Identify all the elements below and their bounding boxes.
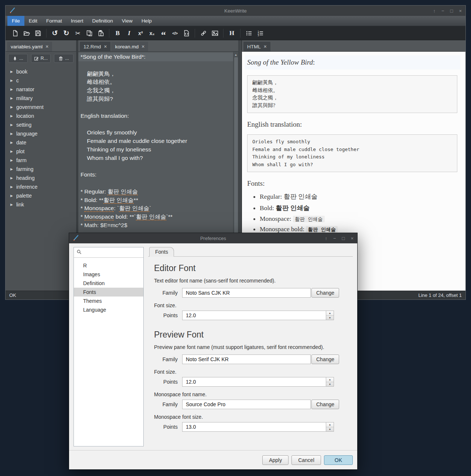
close-icon[interactable]: × — [141, 44, 144, 49]
expand-arrow-icon[interactable]: ▶ — [10, 114, 13, 118]
close-icon[interactable]: × — [45, 44, 48, 49]
font-size-input[interactable] — [182, 311, 326, 320]
tree-item-farm[interactable]: ▶farm — [6, 156, 76, 165]
expand-arrow-icon[interactable]: ▶ — [10, 167, 13, 171]
font-family-input[interactable] — [182, 288, 311, 298]
tree-item-government[interactable]: ▶government — [6, 103, 76, 112]
expand-arrow-icon[interactable]: ▶ — [10, 79, 13, 82]
nav-item-fonts[interactable]: Fonts — [74, 288, 143, 297]
spin-down-button[interactable]: ▼ — [326, 427, 334, 432]
ok-button[interactable]: OK — [324, 455, 353, 465]
font-family-input[interactable] — [182, 400, 311, 409]
change-button[interactable]: Change — [311, 355, 339, 364]
copy-button[interactable] — [83, 28, 95, 38]
close-button[interactable]: × — [351, 236, 354, 241]
tree-item-setting[interactable]: ▶setting — [6, 120, 76, 129]
maximize-button[interactable]: □ — [450, 8, 453, 13]
font-family-input[interactable] — [182, 355, 311, 364]
subscript-button[interactable]: x₂ — [146, 28, 158, 38]
expand-arrow-icon[interactable]: ▶ — [10, 158, 13, 162]
tree-item-narrator[interactable]: ▶narrator — [6, 85, 76, 94]
tree-item-c[interactable]: ▶c — [6, 76, 76, 85]
scroll-up-icon[interactable]: ▲ — [235, 52, 238, 57]
menu-definition[interactable]: Definition — [88, 16, 117, 26]
close-icon[interactable]: × — [264, 44, 267, 49]
trash-button[interactable]: ... — [54, 54, 74, 63]
nav-item-images[interactable]: Images — [74, 270, 143, 279]
font-size-input[interactable] — [182, 377, 326, 387]
superscript-button[interactable]: x² — [135, 28, 146, 38]
tree-item-language[interactable]: ▶language — [6, 129, 76, 138]
nav-item-r[interactable]: R — [74, 261, 143, 270]
tab-html[interactable]: HTML× — [243, 42, 270, 51]
expand-arrow-icon[interactable]: ▶ — [10, 203, 13, 206]
open-button[interactable] — [21, 28, 32, 38]
tree-item-link[interactable]: ▶link — [6, 200, 76, 209]
menu-edit[interactable]: Edit — [24, 16, 42, 26]
tab-korean-md[interactable]: korean.md× — [111, 42, 148, 51]
new-file-button[interactable] — [9, 28, 21, 38]
maximize-button[interactable]: □ — [342, 236, 345, 241]
tab-fonts[interactable]: Fonts — [149, 247, 174, 257]
expand-arrow-icon[interactable]: ▶ — [10, 105, 13, 109]
menu-format[interactable]: Format — [42, 16, 66, 26]
scrollbar-thumb[interactable] — [234, 57, 238, 239]
menu-file[interactable]: File — [7, 16, 24, 26]
save-button[interactable] — [32, 28, 44, 38]
menu-view[interactable]: View — [117, 16, 137, 26]
redo-button[interactable]: ↻ — [61, 28, 72, 38]
minimize-button[interactable]: − — [333, 236, 336, 241]
expand-arrow-icon[interactable]: ▶ — [10, 70, 13, 73]
spin-up-button[interactable]: ▲ — [326, 311, 334, 316]
tree-item-book[interactable]: ▶book — [6, 67, 76, 76]
spin-up-button[interactable]: ▲ — [326, 422, 334, 427]
nav-item-definition[interactable]: Definition — [74, 279, 143, 288]
change-button[interactable]: Change — [311, 288, 339, 298]
italic-button[interactable]: I — [123, 28, 135, 38]
expand-arrow-icon[interactable]: ▶ — [10, 150, 13, 153]
bold-button[interactable]: B — [112, 28, 123, 38]
tree-item-location[interactable]: ▶location — [6, 112, 76, 120]
paste-button[interactable] — [95, 28, 106, 38]
expand-arrow-icon[interactable]: ▶ — [10, 132, 13, 136]
spin-down-button[interactable]: ▼ — [326, 382, 334, 387]
nav-item-language[interactable]: Language — [74, 305, 143, 314]
menu-insert[interactable]: Insert — [66, 16, 88, 26]
minimize-button[interactable]: − — [441, 8, 444, 13]
blockquote-button[interactable]: “ — [158, 28, 169, 38]
code-block-button[interactable] — [181, 28, 192, 38]
spin-down-button[interactable]: ▼ — [326, 316, 334, 320]
tree-item-plot[interactable]: ▶plot — [6, 147, 76, 156]
close-button[interactable]: × — [459, 8, 462, 13]
expand-arrow-icon[interactable]: ▶ — [10, 185, 13, 189]
tree-item-inference[interactable]: ▶inference — [6, 182, 76, 191]
numbered-list-button[interactable]: 123 — [255, 28, 266, 38]
expand-arrow-icon[interactable]: ▶ — [10, 194, 13, 198]
menu-help[interactable]: Help — [137, 16, 156, 26]
expand-arrow-icon[interactable]: ▶ — [10, 123, 13, 127]
restore-button[interactable]: ↑ — [325, 236, 327, 241]
cancel-button[interactable]: Cancel — [291, 455, 321, 465]
heading-button[interactable]: H — [226, 28, 238, 38]
tree-item-farming[interactable]: ▶farming — [6, 165, 76, 174]
expand-arrow-icon[interactable]: ▶ — [10, 88, 13, 91]
restore-button[interactable]: ↑ — [433, 8, 436, 13]
expand-arrow-icon[interactable]: ▶ — [10, 141, 13, 144]
main-titlebar[interactable]: KeenWrite ↑−□× — [6, 6, 465, 16]
nav-item-themes[interactable]: Themes — [74, 297, 143, 305]
apply-button[interactable]: Apply — [262, 455, 289, 465]
tree-item-military[interactable]: ▶military — [6, 94, 76, 103]
change-button[interactable]: Change — [311, 400, 339, 409]
spin-up-button[interactable]: ▲ — [326, 377, 334, 382]
tree-item-heading[interactable]: ▶heading — [6, 174, 76, 182]
tree-button[interactable]: ... — [8, 54, 28, 63]
tab-12-rmd[interactable]: 12.Rmd× — [80, 42, 110, 51]
image-button[interactable] — [209, 28, 221, 38]
close-icon[interactable]: × — [104, 44, 107, 49]
font-size-input[interactable] — [182, 422, 326, 432]
undo-button[interactable]: ↺ — [49, 28, 61, 38]
inline-code-button[interactable]: </> — [169, 28, 181, 38]
tree-item-palette[interactable]: ▶palette — [6, 191, 76, 200]
edit-button[interactable]: R... — [31, 54, 51, 63]
tree-item-date[interactable]: ▶date — [6, 138, 76, 147]
